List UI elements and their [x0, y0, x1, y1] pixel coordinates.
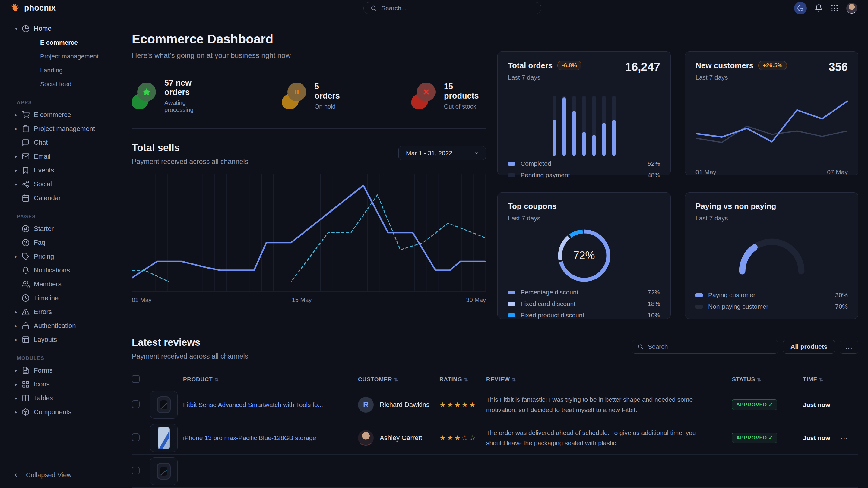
user-avatar[interactable]	[846, 3, 857, 13]
columns-icon	[22, 394, 34, 402]
chevron-right-icon: ▸	[15, 309, 22, 315]
legend-swatch	[508, 291, 515, 294]
collapsed-view-toggle[interactable]: Collapsed View	[0, 463, 115, 488]
product-thumbnail[interactable]	[150, 424, 178, 452]
legend-label: Fixed card discount	[521, 300, 576, 307]
stats-divider	[132, 128, 486, 129]
sidebar-item-label: Starter	[34, 225, 54, 233]
legend-value: 52%	[648, 160, 660, 167]
product-thumbnail[interactable]	[150, 457, 178, 485]
sidebar-item-label: Layouts	[34, 336, 57, 344]
star-icon	[132, 83, 156, 109]
clock-icon	[22, 294, 34, 302]
top-navbar: phoenix	[0, 0, 868, 16]
sidebar-subitem-project-management[interactable]: Project management	[0, 50, 115, 63]
sidebar-subitem-landing[interactable]: Landing	[0, 63, 115, 77]
row-checkbox[interactable]	[132, 433, 140, 441]
table-row: iPhone 13 pro max-Pacific Blue-128GB sto…	[132, 421, 858, 455]
brand[interactable]: phoenix	[10, 3, 56, 13]
calendar-icon	[22, 194, 34, 202]
sidebar-item-label: Pricing	[34, 253, 54, 260]
sidebar-item-calendar[interactable]: Calendar	[0, 191, 115, 205]
row-menu-button[interactable]: ⋯	[841, 434, 855, 442]
x-tick-01may: 01 May	[132, 297, 152, 303]
paying-gauge-chart	[695, 234, 848, 275]
sidebar-item-errors[interactable]: ▸Errors	[0, 305, 115, 319]
sidebar-subitem-social-feed[interactable]: Social feed	[0, 77, 115, 91]
date-range-select[interactable]: Mar 1 - 31, 2022	[398, 146, 486, 160]
sidebar-item-members[interactable]: Members	[0, 277, 115, 291]
col-time[interactable]: TIME⇅	[803, 376, 841, 383]
col-status[interactable]: STATUS⇅	[732, 376, 803, 383]
col-product[interactable]: PRODUCT⇅	[183, 376, 358, 383]
product-link[interactable]: Fitbit Sense Advanced Smartwatch with To…	[183, 400, 358, 409]
top-coupons-title: Top coupons	[508, 202, 660, 211]
row-checkbox[interactable]	[132, 400, 140, 408]
stat-value: 15 products	[444, 82, 486, 101]
sidebar-item-email[interactable]: ▸Email	[0, 150, 115, 163]
more-options-button[interactable]: ...	[840, 340, 858, 354]
legend-item-fixed-product-discount: Fixed product discount10%	[508, 312, 660, 319]
icons-grid-icon	[22, 380, 34, 388]
sidebar-item-pricing[interactable]: ▸Pricing	[0, 250, 115, 263]
sidebar-item-notifications[interactable]: Notifications	[0, 263, 115, 277]
sidebar-item-events[interactable]: ▸Events	[0, 163, 115, 177]
row-checkbox[interactable]	[132, 466, 140, 475]
sidebar-item-e-commerce[interactable]: ▸E commerce	[0, 108, 115, 122]
sidebar-item-social[interactable]: ▸Social	[0, 177, 115, 191]
sidebar-item-tables[interactable]: ▸Tables	[0, 391, 115, 405]
reviews-search[interactable]	[632, 340, 778, 354]
chevron-down-icon	[473, 150, 479, 156]
sidebar-item-layouts[interactable]: ▸Layouts	[0, 333, 115, 347]
legend-item-completed: Completed52%	[508, 160, 660, 167]
col-rating[interactable]: RATING⇅	[439, 376, 486, 383]
sidebar-section-label-apps: APPS	[0, 91, 115, 108]
bell-icon[interactable]	[815, 4, 823, 12]
x-tick-30may: 30 May	[466, 297, 486, 303]
sidebar-item-home[interactable]: ▾Home	[0, 22, 115, 36]
reviews-search-input[interactable]	[648, 343, 772, 350]
product-thumbnail[interactable]	[150, 391, 178, 419]
all-products-button[interactable]: All products	[783, 340, 835, 354]
col-review[interactable]: REVIEW⇅	[486, 376, 732, 383]
top-coupons-period: Last 7 days	[508, 215, 660, 222]
alert-triangle-icon	[22, 308, 34, 316]
product-link[interactable]: iPhone 13 pro max-Pacific Blue-128GB sto…	[183, 433, 358, 442]
legend-swatch	[695, 305, 703, 308]
sidebar-item-starter[interactable]: Starter	[0, 222, 115, 236]
order-bar	[582, 96, 586, 156]
sidebar-item-icons[interactable]: ▸Icons	[0, 378, 115, 391]
col-customer[interactable]: CUSTOMER⇅	[358, 376, 439, 383]
grid-apps-icon[interactable]	[831, 4, 838, 12]
pause-icon	[282, 83, 306, 109]
legend-label: Fixed product discount	[521, 312, 584, 319]
sidebar-item-chat[interactable]: Chat	[0, 136, 115, 150]
order-bar	[553, 96, 556, 156]
sidebar: ▾HomeE commerceProject managementLanding…	[0, 16, 115, 488]
donut-center-value: 72%	[573, 249, 595, 262]
sidebar-item-faq[interactable]: Faq	[0, 236, 115, 250]
legend-swatch	[508, 314, 515, 317]
row-menu-button[interactable]: ⋯	[841, 400, 855, 409]
chevron-right-icon: ▸	[15, 154, 22, 159]
total-orders-bar-chart	[508, 96, 660, 156]
sidebar-subitem-e-commerce[interactable]: E commerce	[0, 36, 115, 50]
legend-value: 70%	[835, 303, 848, 310]
new-customers-chart: 01 May 07 May	[695, 91, 848, 176]
sidebar-item-authentication[interactable]: ▸Authentication	[0, 319, 115, 333]
sidebar-item-project-management[interactable]: ▸Project management	[0, 122, 115, 136]
new-customers-card: New customers +26.5% Last 7 days 356 01 …	[685, 51, 858, 175]
order-bar	[612, 96, 616, 156]
global-search[interactable]	[364, 2, 541, 14]
global-search-input[interactable]	[381, 4, 534, 12]
page-subtitle: Here's what's going on at your business …	[132, 51, 486, 60]
sidebar-item-label: Email	[34, 153, 50, 160]
sidebar-item-timeline[interactable]: Timeline	[0, 291, 115, 305]
chevron-right-icon: ▸	[15, 323, 22, 329]
sidebar-item-components[interactable]: ▸Components	[0, 405, 115, 419]
legend-item-non-paying-customer: Non-paying customer70%	[695, 303, 848, 310]
sidebar-item-label: Faq	[34, 239, 45, 247]
sidebar-item-forms[interactable]: ▸Forms	[0, 363, 115, 378]
select-all-checkbox[interactable]	[132, 375, 140, 383]
theme-toggle-button[interactable]	[794, 2, 807, 14]
